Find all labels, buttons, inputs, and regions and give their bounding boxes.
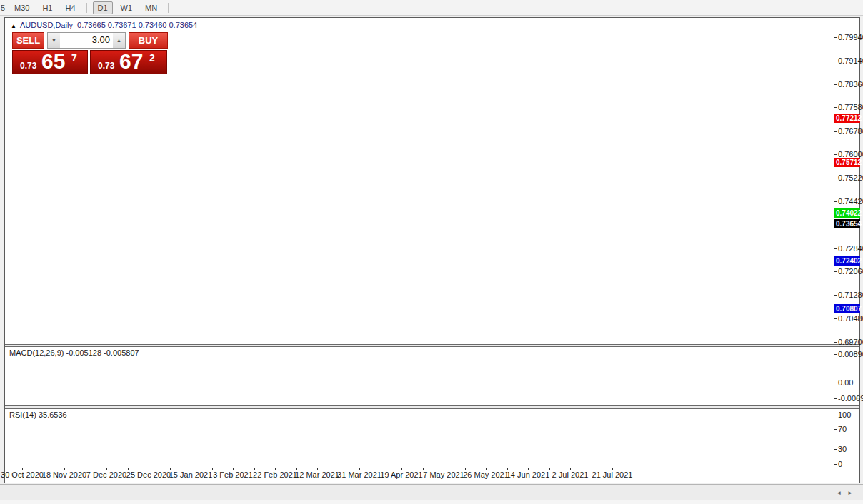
volume-stepper: ▼ 3.00 ▲ bbox=[47, 32, 126, 49]
price-tick bbox=[834, 295, 837, 296]
date-mid-tick bbox=[254, 468, 255, 470]
timeframe-button-d1[interactable]: D1 bbox=[93, 1, 113, 14]
macd-axis-label: -0.006977 bbox=[838, 394, 863, 403]
chart-symbol-label: AUDUSD,Daily bbox=[20, 21, 73, 29]
date-axis-label: 30 Oct 2020 bbox=[1, 470, 44, 479]
date-mid-tick bbox=[339, 468, 339, 470]
price-axis-label: 0.72060 bbox=[838, 267, 863, 276]
date-mid-tick bbox=[212, 468, 213, 470]
price-axis-label: 0.69700 bbox=[838, 338, 863, 346]
price-axis-label: 0.79140 bbox=[838, 56, 863, 65]
timeframe-button-5[interactable]: 5 bbox=[0, 1, 6, 14]
buy-button[interactable]: BUY bbox=[129, 32, 168, 49]
date-axis-label: 19 Apr 2021 bbox=[380, 470, 422, 479]
toolbar-separator bbox=[168, 3, 169, 13]
rsi-axis-label: 70 bbox=[838, 425, 847, 433]
rsi-tick bbox=[834, 429, 837, 430]
sell-price-panel[interactable]: 0.73 65 7 bbox=[12, 50, 88, 74]
tabs-scroll-right-icon[interactable]: ► bbox=[847, 490, 859, 496]
price-axis-label: 0.72840 bbox=[838, 244, 863, 253]
macd-top-border bbox=[5, 346, 859, 347]
price-tag: 0.77212 bbox=[834, 114, 860, 123]
toolbar-separator bbox=[86, 3, 87, 13]
price-axis-label: 0.78360 bbox=[838, 80, 863, 89]
buy-price-pip: 2 bbox=[149, 52, 155, 64]
rsi-axis-label: 100 bbox=[838, 410, 851, 419]
macd-indicator-label: MACD(12,26,9) -0.005128 -0.005807 bbox=[9, 348, 139, 357]
buy-price-panel[interactable]: 0.73 67 2 bbox=[90, 50, 167, 74]
date-tick bbox=[106, 468, 107, 470]
price-axis-label: 0.76780 bbox=[838, 127, 863, 136]
rsi-top-border bbox=[5, 408, 859, 409]
buy-price-prefix: 0.73 bbox=[98, 61, 114, 71]
date-axis-label: 3 Feb 2021 bbox=[213, 470, 253, 479]
status-strip bbox=[0, 500, 863, 504]
date-axis-label: 2 Jul 2021 bbox=[552, 470, 589, 479]
macd-axis-label: 0.00 bbox=[838, 378, 853, 387]
timeframe-button-m30[interactable]: M30 bbox=[9, 1, 34, 14]
price-tick bbox=[834, 61, 837, 61]
price-tick bbox=[834, 342, 837, 343]
date-axis-label: 7 Dec 2020 bbox=[86, 470, 126, 479]
price-axis-label: 0.74420 bbox=[838, 197, 863, 206]
date-tick bbox=[570, 468, 571, 470]
macd-tick bbox=[834, 383, 837, 383]
date-tick bbox=[149, 468, 149, 470]
date-mid-tick bbox=[44, 468, 44, 470]
date-axis-label: 25 Dec 2020 bbox=[126, 470, 171, 479]
rsi-panel-canvas[interactable] bbox=[6, 409, 834, 470]
price-tag: 0.74022 bbox=[834, 208, 860, 218]
price-tag: 0.70807 bbox=[834, 304, 860, 313]
price-tick bbox=[834, 318, 837, 319]
price-tick bbox=[834, 37, 837, 38]
price-tick bbox=[834, 248, 837, 249]
price-tick bbox=[834, 84, 837, 85]
macd-axis-label: 0.008903 bbox=[838, 350, 863, 358]
timeframe-button-h1[interactable]: H1 bbox=[37, 1, 57, 14]
rsi-tick bbox=[834, 449, 837, 450]
sell-button[interactable]: SELL bbox=[12, 32, 44, 49]
volume-increase-icon[interactable]: ▲ bbox=[113, 33, 125, 48]
macd-tick bbox=[834, 398, 837, 399]
price-axis-label: 0.79940 bbox=[838, 33, 863, 41]
timeframe-button-w1[interactable]: W1 bbox=[116, 1, 138, 14]
price-tick bbox=[834, 178, 837, 178]
date-axis-label: 26 May 2021 bbox=[463, 470, 509, 479]
buy-price-main: 67 bbox=[119, 49, 143, 74]
date-mid-tick bbox=[170, 468, 171, 470]
date-mid-tick bbox=[634, 468, 634, 470]
chart-tab-bar: ◄► bbox=[0, 484, 863, 500]
date-tick bbox=[486, 468, 487, 470]
tabs-scroll-left-icon[interactable]: ◄ bbox=[836, 490, 847, 496]
price-axis-label: 0.71280 bbox=[838, 291, 863, 299]
date-axis-label: 12 Mar 2021 bbox=[295, 470, 339, 479]
date-axis-label: 22 Feb 2021 bbox=[253, 470, 297, 479]
date-tick bbox=[191, 468, 191, 470]
price-axis-border bbox=[834, 18, 834, 483]
chart-window: ▲AUDUSD,Daily 0.73665 0.73671 0.73460 0.… bbox=[4, 17, 860, 483]
rsi-tick bbox=[834, 464, 837, 465]
timeframe-button-h4[interactable]: H4 bbox=[60, 1, 80, 14]
chart-collapse-icon[interactable]: ▲ bbox=[11, 23, 16, 29]
price-chart-canvas[interactable] bbox=[6, 29, 834, 344]
volume-decrease-icon[interactable]: ▼ bbox=[48, 33, 60, 48]
price-tick bbox=[834, 107, 837, 108]
date-mid-tick bbox=[381, 468, 381, 470]
date-tick bbox=[612, 468, 613, 470]
one-click-trade-widget: SELL ▼ 3.00 ▲ BUY 0.73 65 7 0.73 67 2 bbox=[12, 32, 168, 74]
price-axis-label: 0.70480 bbox=[838, 314, 863, 323]
rsi-axis-label: 0 bbox=[838, 460, 842, 468]
sell-price-pip: 7 bbox=[71, 52, 77, 64]
price-tick bbox=[834, 154, 837, 155]
timeframe-button-mn[interactable]: MN bbox=[140, 1, 162, 14]
sell-price-main: 65 bbox=[41, 49, 65, 74]
price-tick bbox=[834, 131, 837, 132]
date-tick bbox=[359, 468, 360, 470]
date-axis-label: 31 Mar 2021 bbox=[337, 470, 381, 479]
date-axis-label: 15 Jan 2021 bbox=[169, 470, 213, 479]
trading-app: 5M30H1H4D1W1MN ▲AUDUSD,Daily 0.73665 0.7… bbox=[0, 0, 863, 504]
volume-input[interactable]: 3.00 bbox=[60, 33, 113, 48]
date-mid-tick bbox=[296, 468, 297, 470]
date-tick bbox=[64, 468, 65, 470]
chart-ohlc-values: 0.73665 0.73671 0.73460 0.73654 bbox=[77, 21, 197, 29]
